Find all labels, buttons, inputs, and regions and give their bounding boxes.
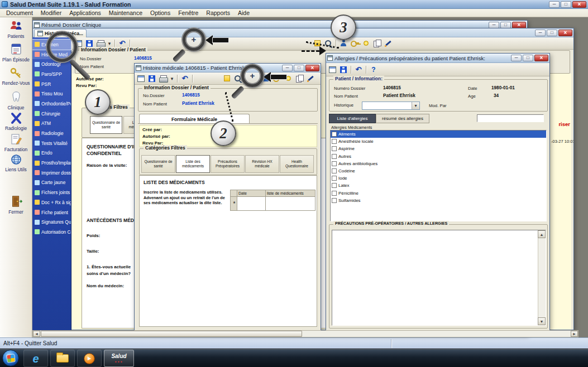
- allergy-row[interactable]: Pénicilline: [331, 190, 546, 197]
- sidebar-item-signatures[interactable]: Signatures Que: [32, 217, 71, 227]
- help-icon[interactable]: [369, 65, 379, 75]
- signature-icon[interactable]: [383, 38, 393, 49]
- highlight-icon[interactable]: [222, 74, 232, 84]
- taskbar-media-player-button[interactable]: [77, 350, 102, 367]
- taskbar-explorer-button[interactable]: [50, 350, 75, 367]
- undo-icon[interactable]: [353, 65, 364, 75]
- scroll-left-button[interactable]: ◄: [33, 331, 40, 337]
- undo-icon[interactable]: [180, 74, 190, 84]
- sidebar-item-tests-vitalite[interactable]: Tests Vitalité: [32, 138, 71, 148]
- sidebar-item-paro-spp[interactable]: Paro/SPP: [32, 69, 71, 79]
- resume-close-button[interactable]: [512, 22, 526, 28]
- sidebar-item-carte-jaune[interactable]: Carte jaune: [32, 178, 71, 188]
- w2-minimize-button[interactable]: [282, 65, 293, 71]
- allergy-row[interactable]: Aspirine: [331, 145, 546, 152]
- allergies-titlebar[interactable]: Allergies / Précautions préopératoires d…: [326, 54, 549, 63]
- nav-item-clinique[interactable]: Clinique: [0, 90, 32, 110]
- allergy-checkbox[interactable]: [332, 154, 337, 159]
- w2-maximize-button[interactable]: [294, 65, 304, 71]
- nav-item-facturation[interactable]: Facturation: [0, 133, 32, 152]
- histoire-medicale-titlebar[interactable]: Histoire médicale 1406815 - Patient Ehrr…: [135, 64, 321, 73]
- tab-resume-allergies[interactable]: résumé des allergies: [376, 114, 429, 123]
- new-form-icon[interactable]: [327, 65, 337, 75]
- allergy-row[interactable]: Iode: [331, 175, 546, 182]
- allergy-checkbox[interactable]: [332, 161, 337, 166]
- w2-close-button[interactable]: [305, 65, 319, 71]
- menu-item-maintenance[interactable]: Maintenance: [105, 9, 146, 16]
- sidebar-item-psr[interactable]: PSR: [32, 79, 71, 89]
- w3-maximize-button[interactable]: [523, 55, 533, 61]
- nav-item-plan-episode[interactable]: Plan Épisode: [0, 43, 32, 62]
- sidebar-item-orthodontie[interactable]: Orthodontie/Pé: [32, 99, 71, 109]
- start-button[interactable]: [2, 350, 19, 366]
- allergy-row[interactable]: Latex: [331, 182, 546, 189]
- allergy-row[interactable]: Anesthésie locale: [331, 138, 546, 145]
- allergy-checkbox[interactable]: [332, 176, 337, 181]
- sidebar-item-doc-rx-a-signer[interactable]: Doc + Rx à sig: [32, 197, 71, 207]
- menu-item-modifier[interactable]: Modifier: [37, 9, 65, 16]
- date-cell[interactable]: [237, 196, 266, 211]
- tab-liste-allergies[interactable]: Liste d'allergies: [329, 114, 376, 123]
- tab-health-questionnaire[interactable]: Health Questionnaire: [280, 155, 314, 173]
- horizontal-scrollbar-thumb[interactable]: [41, 331, 302, 337]
- allergy-row[interactable]: Sulfamides: [331, 197, 546, 204]
- allergy-row[interactable]: Codéine: [331, 167, 546, 175]
- allergy-checkbox[interactable]: [332, 168, 337, 173]
- minimize-button[interactable]: [549, 1, 560, 8]
- pages-icon[interactable]: [372, 38, 382, 49]
- nav-item-patients[interactable]: Patients: [0, 20, 32, 39]
- w3-close-button[interactable]: [534, 55, 548, 61]
- print-dropdown-icon[interactable]: [169, 74, 175, 84]
- allergy-row[interactable]: Autres antibiotiques: [331, 160, 546, 167]
- vertical-scrollbar-track[interactable]: [538, 238, 546, 317]
- tab-liste-medicaments[interactable]: Liste des médicaments: [176, 155, 210, 173]
- sidebar-item-tissu-mou[interactable]: Tissu Mou: [32, 89, 71, 99]
- scroll-down-button[interactable]: ▼: [538, 317, 546, 325]
- save-icon[interactable]: [338, 65, 348, 75]
- sidebar-item-fiche-patient[interactable]: Fiche patient: [32, 207, 71, 218]
- new-form-icon[interactable]: [136, 74, 146, 84]
- scroll-right-button[interactable]: ►: [571, 331, 578, 337]
- sidebar-item-chirurgie[interactable]: Chirurgie: [32, 109, 71, 119]
- taskbar-ie-button[interactable]: e: [23, 350, 48, 367]
- sidebar-item-autorisation[interactable]: Autorisation Ce: [32, 227, 71, 237]
- nav-item-fermer[interactable]: Fermer: [0, 195, 32, 215]
- sidebar-item-radiologie[interactable]: Radiologie: [32, 128, 71, 138]
- signature-icon[interactable]: [305, 74, 315, 84]
- allergy-checkbox[interactable]: [332, 139, 337, 144]
- allergy-row[interactable]: Aliments: [331, 131, 546, 138]
- allergy-checkbox[interactable]: [332, 183, 337, 188]
- menu-item-options[interactable]: Options: [146, 9, 174, 16]
- menu-item-rapports[interactable]: Rapports: [202, 9, 234, 16]
- allergy-checkbox[interactable]: [332, 191, 337, 196]
- resume-minimize-button[interactable]: [489, 22, 499, 28]
- sidebar-item-prostho-implant[interactable]: Prostho/Implan: [32, 158, 71, 168]
- pages-icon[interactable]: [294, 74, 304, 84]
- allergy-row[interactable]: Autres: [331, 153, 546, 160]
- sidebar-item-imprimer-dossier[interactable]: Imprimer dossie: [32, 168, 71, 178]
- tab-revision-hx-medicale[interactable]: Révision HX médicale: [245, 155, 279, 173]
- resume-maximize-button[interactable]: [500, 22, 511, 28]
- precautions-textarea[interactable]: ▲ ▼: [332, 230, 546, 326]
- key-icon[interactable]: [350, 38, 360, 49]
- allergy-checkbox[interactable]: [332, 146, 337, 151]
- tab-precautions-preoperatoires[interactable]: Précautions Préopératoires: [211, 155, 245, 173]
- maximize-button[interactable]: [561, 1, 571, 8]
- tab-questionnaire-sante[interactable]: Questionnaire de santé: [141, 155, 175, 173]
- sidebar-item-endo[interactable]: Endo: [32, 148, 71, 158]
- allergy-checkbox[interactable]: [332, 198, 337, 203]
- histoire-restore-button[interactable]: [547, 30, 557, 36]
- histoire-minimize-button[interactable]: [535, 30, 546, 36]
- nav-item-liens-utils[interactable]: Liens Utils: [0, 153, 32, 172]
- allergy-filter-input[interactable]: [477, 114, 544, 122]
- menu-item-applications[interactable]: Applications: [65, 9, 105, 16]
- menu-item-document[interactable]: Document: [2, 9, 37, 16]
- sidebar-item-atm[interactable]: ATM: [32, 119, 71, 129]
- nav-item-radiologie[interactable]: Radiologie: [0, 112, 32, 131]
- app-titlebar[interactable]: Salud Dental Suite 1.19.1 - Salud Format…: [0, 0, 588, 9]
- menu-item-fenetre[interactable]: Fenêtre: [174, 9, 202, 16]
- nav-item-rendez-vous[interactable]: Rendez-Vous: [0, 67, 32, 86]
- scroll-up-button[interactable]: ▲: [538, 230, 546, 238]
- taskbar-salud-button[interactable]: Salud: [104, 350, 134, 367]
- bulb-icon[interactable]: [361, 38, 371, 49]
